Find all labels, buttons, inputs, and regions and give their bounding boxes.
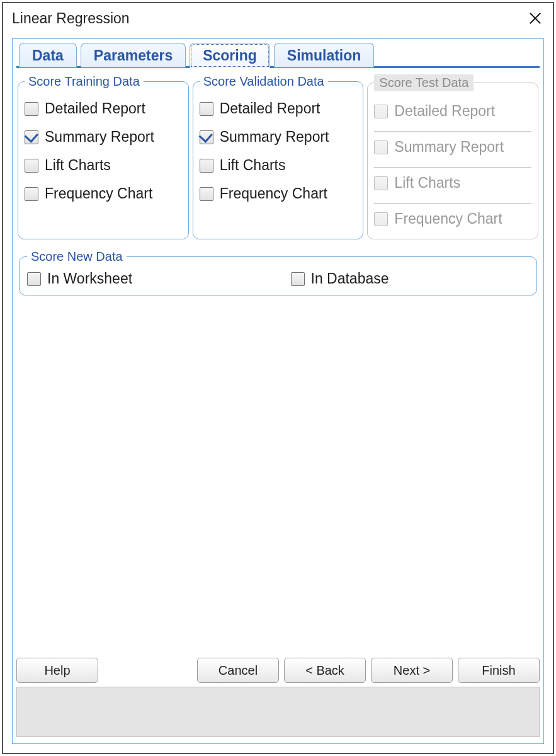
checkbox-icon [374,176,388,190]
chk-label: Lift Charts [220,157,286,174]
button-row: Help Cancel < Back Next > Finish [16,656,540,687]
tab-data[interactable]: Data [19,43,77,68]
checkbox-icon [25,102,38,116]
chk-test-summary: Summary Report [374,139,531,156]
checkbox-icon [200,130,213,144]
chk-label: Detailed Report [394,103,495,120]
titlebar: Linear Regression [3,3,553,33]
score-groups-row: Score Training Data Detailed Report Summ… [18,74,538,239]
divider [374,131,531,132]
group-legend: Score New Data [27,249,127,264]
group-score-test: Score Test Data Detailed Report Summary … [367,74,538,239]
checkbox-icon [25,159,38,173]
new-data-section: Score New Data In Worksheet In Database [18,249,538,295]
checkbox-icon [200,159,213,173]
checkbox-icon [374,140,388,154]
checkbox-icon [27,272,41,286]
chk-validation-frequency[interactable]: Frequency Chart [200,185,357,202]
chk-label: Lift Charts [45,157,111,174]
chk-label: Frequency Chart [394,210,502,227]
group-legend: Score Validation Data [200,74,328,89]
chk-label: Detailed Report [45,100,145,117]
chk-label: Summary Report [220,129,329,146]
tab-scoring[interactable]: Scoring [190,43,270,68]
chk-newdata-worksheet[interactable]: In Worksheet [27,270,266,287]
chk-validation-lift[interactable]: Lift Charts [200,157,357,174]
help-button[interactable]: Help [16,658,98,683]
checkbox-icon [25,130,38,144]
close-button[interactable] [523,6,548,31]
checkbox-icon [200,102,213,116]
checkbox-icon [200,187,213,201]
dialog-window: Linear Regression Data Parameters Scorin… [2,2,554,754]
divider [374,167,531,168]
tabstrip: Data Parameters Scoring Simulation [16,43,540,68]
next-button[interactable]: Next > [371,658,453,683]
chk-label: Lift Charts [394,175,460,192]
checkbox-icon [374,212,388,226]
chk-test-frequency: Frequency Chart [374,210,531,227]
group-score-training: Score Training Data Detailed Report Summ… [18,74,189,239]
client-area: Data Parameters Scoring Simulation Score… [12,38,544,744]
group-legend: Score Training Data [25,74,144,89]
chk-label: Frequency Chart [45,185,152,202]
chk-label: Frequency Chart [220,185,327,202]
chk-training-summary[interactable]: Summary Report [25,129,182,146]
chk-label: Summary Report [394,139,504,156]
group-legend: Score Test Data [374,74,474,91]
chk-label: In Worksheet [47,270,132,287]
checkbox-icon [25,187,38,201]
cancel-button[interactable]: Cancel [197,658,279,683]
chk-training-frequency[interactable]: Frequency Chart [25,185,182,202]
chk-validation-summary[interactable]: Summary Report [200,129,357,146]
chk-training-lift[interactable]: Lift Charts [25,157,182,174]
dialog-title: Linear Regression [12,10,130,27]
tab-simulation[interactable]: Simulation [274,43,375,68]
divider [374,203,531,204]
chk-label: Detailed Report [220,100,321,117]
back-button[interactable]: < Back [284,658,366,683]
chk-validation-detailed[interactable]: Detailed Report [200,100,357,117]
finish-button[interactable]: Finish [458,658,540,683]
tab-content: Score Training Data Detailed Report Summ… [16,68,540,656]
group-score-new-data: Score New Data In Worksheet In Database [19,249,537,295]
tab-parameters[interactable]: Parameters [81,43,186,68]
close-icon [528,11,542,25]
chk-newdata-database[interactable]: In Database [291,270,530,287]
chk-test-detailed: Detailed Report [374,103,531,120]
chk-label: In Database [311,270,389,287]
chk-test-lift: Lift Charts [374,175,531,192]
chk-training-detailed[interactable]: Detailed Report [25,100,182,117]
group-score-validation: Score Validation Data Detailed Report Su… [193,74,364,239]
checkbox-icon [291,272,305,286]
chk-label: Summary Report [45,129,154,146]
checkbox-icon [374,105,388,118]
status-area [16,687,540,737]
